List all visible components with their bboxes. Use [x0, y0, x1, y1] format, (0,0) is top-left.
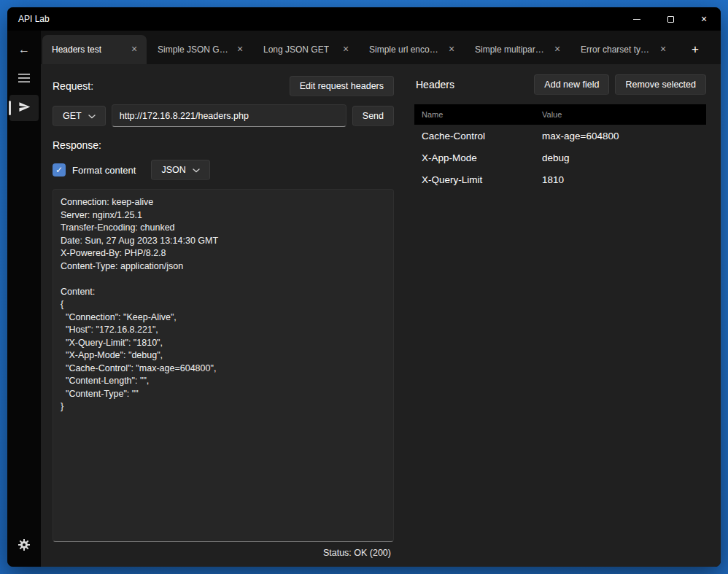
window-title: API Lab	[7, 14, 50, 24]
tab-close-icon[interactable]: ×	[657, 43, 670, 56]
header-name-cell: X-App-Mode	[422, 152, 542, 163]
tab-close-icon[interactable]: ×	[551, 43, 564, 56]
headers-table: Name Value Cache-Control max-age=604800 …	[414, 104, 706, 190]
status-text: Status: OK (200)	[53, 542, 394, 562]
method-value: GET	[63, 111, 82, 121]
check-icon: ✓	[55, 166, 63, 174]
hamburger-icon	[18, 72, 30, 85]
headers-panel: Headers Add new field Remove selected Na…	[406, 64, 721, 567]
new-tab-button[interactable]: +	[684, 39, 706, 61]
table-row[interactable]: X-App-Mode debug	[414, 147, 706, 168]
column-header-value: Value	[542, 110, 699, 119]
format-content-label: Format content	[72, 165, 136, 176]
table-row[interactable]: Cache-Control max-age=604800	[414, 125, 706, 147]
tab-close-icon[interactable]: ×	[339, 43, 352, 56]
tab-simple-multipart[interactable]: Simple multipart for ×	[465, 35, 570, 64]
close-button[interactable]: ×	[687, 7, 721, 31]
tab-close-icon[interactable]: ×	[233, 43, 247, 56]
selection-indicator	[9, 101, 11, 115]
tab-error-charset[interactable]: Error charset type Gl ×	[571, 35, 675, 64]
chevron-down-icon	[88, 111, 96, 121]
sidebar-item-requests[interactable]	[9, 95, 39, 121]
settings-button[interactable]	[9, 533, 39, 559]
tab-label: Long JSON GET	[263, 44, 329, 55]
header-value-cell: max-age=604800	[542, 131, 699, 141]
maximize-icon	[667, 16, 674, 23]
tab-label: Headers test	[52, 44, 101, 55]
method-select[interactable]: GET	[53, 106, 106, 126]
close-icon: ×	[701, 13, 707, 25]
tab-long-json-get[interactable]: Long JSON GET ×	[254, 35, 358, 64]
headers-title: Headers	[414, 79, 454, 90]
request-panel: Request: Edit request headers GET	[41, 64, 406, 567]
header-value-cell: 1810	[542, 174, 699, 185]
tab-close-icon[interactable]: ×	[445, 43, 458, 56]
url-input[interactable]	[112, 104, 346, 127]
titlebar: API Lab ×	[7, 7, 721, 31]
menu-button[interactable]	[9, 66, 39, 92]
header-value-cell: debug	[542, 152, 699, 163]
tab-bar: Headers test × Simple JSON GET × Long JS…	[41, 31, 721, 64]
tab-label: Simple JSON GET	[158, 44, 229, 55]
request-label: Request:	[53, 80, 93, 92]
header-name-cell: X-Query-Limit	[422, 174, 542, 185]
format-content-checkbox[interactable]: ✓	[53, 163, 66, 177]
headers-toolbar-buttons: Add new field Remove selected	[534, 74, 706, 95]
tab-close-icon[interactable]: ×	[128, 43, 141, 56]
minimize-button[interactable]	[620, 7, 654, 31]
tab-simple-url-encoded[interactable]: Simple url encoded ×	[360, 35, 464, 64]
tab-headers-test[interactable]: Headers test ×	[42, 35, 147, 64]
edit-request-headers-button[interactable]: Edit request headers	[290, 76, 394, 96]
response-body[interactable]: Connection: keep-alive Server: nginx/1.2…	[53, 189, 394, 542]
add-new-field-button[interactable]: Add new field	[534, 74, 609, 95]
maximize-button[interactable]	[654, 7, 687, 31]
table-row[interactable]: X-Query-Limit 1810	[414, 168, 706, 190]
header-name-cell: Cache-Control	[422, 131, 542, 141]
minimize-icon	[633, 19, 640, 20]
sidebar: ←	[7, 31, 41, 567]
format-type-value: JSON	[161, 165, 185, 175]
response-label: Response:	[53, 139, 394, 151]
tab-label: Error charset type Gl	[581, 44, 652, 55]
back-arrow-icon: ←	[18, 43, 30, 56]
format-type-select[interactable]: JSON	[151, 160, 209, 180]
remove-selected-button[interactable]: Remove selected	[615, 74, 706, 95]
send-button[interactable]: Send	[352, 106, 394, 126]
window-controls: ×	[620, 7, 721, 31]
column-header-name: Name	[422, 110, 542, 119]
desktop-background: API Lab × ←	[0, 0, 728, 574]
tab-simple-json-get[interactable]: Simple JSON GET ×	[148, 35, 252, 64]
send-icon	[18, 101, 31, 116]
back-button[interactable]: ←	[9, 36, 39, 63]
app-window: API Lab × ←	[7, 7, 721, 567]
tab-label: Simple url encoded	[369, 44, 441, 55]
gear-icon	[18, 539, 30, 554]
chevron-down-icon	[193, 165, 200, 175]
table-header-row: Name Value	[414, 104, 706, 125]
tab-label: Simple multipart for	[475, 44, 546, 55]
